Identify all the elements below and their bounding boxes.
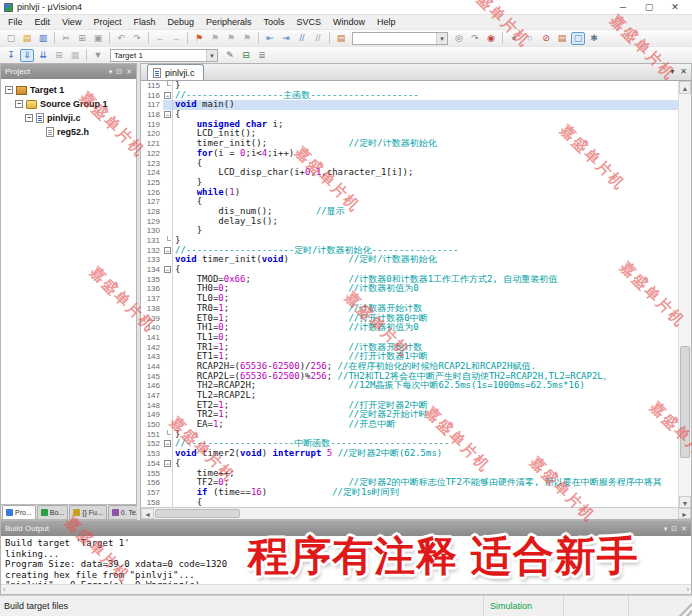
code-line[interactable]: 137 TL0=0; — [141, 294, 678, 304]
target-select[interactable]: Target 1 ▾ — [110, 49, 218, 62]
code-line[interactable]: 122 for(i = 0;i<4;i++) — [141, 149, 678, 159]
scroll-right-icon[interactable]: ► — [678, 508, 691, 519]
configure-target-icon[interactable]: ✎ — [223, 49, 237, 62]
scroll-down-icon[interactable]: ▼ — [679, 496, 691, 507]
code-line[interactable]: 153void timer2(void) interrupt 5 //定时器2中… — [141, 449, 678, 459]
menu-svcs[interactable]: SVCS — [291, 15, 328, 29]
menu-project[interactable]: Project — [87, 15, 127, 29]
code-area[interactable]: 115}116−//------------------主函数---------… — [141, 81, 691, 507]
build-output-scrollbar[interactable]: ‹ › — [1, 584, 691, 594]
code-line[interactable]: 128 dis_num(); //显示 — [141, 207, 678, 217]
maximize-button[interactable]: ▢ — [636, 1, 662, 14]
code-line[interactable]: 142 TR1=1; //计数器开始计数 — [141, 343, 678, 353]
redo-icon[interactable]: ↷ — [130, 32, 144, 45]
menu-tools[interactable]: Tools — [257, 15, 290, 29]
breakpoint-disable-icon[interactable]: ○ — [523, 32, 537, 45]
code-line[interactable]: 157 if (time==16) //定时1s时间到 — [141, 488, 678, 498]
code-line[interactable]: 156 TF2=0; //定时器2的中断标志位TF2不能够由硬件清零, 所以要在… — [141, 478, 678, 488]
rebuild-icon[interactable]: ⇊ — [36, 49, 50, 62]
bookmark-toggle-icon[interactable]: ⚑ — [192, 32, 206, 45]
code-line[interactable]: 116−//------------------主函数-------------… — [141, 91, 678, 101]
code-line[interactable]: 127 { — [141, 197, 678, 207]
books-icon[interactable]: ▤ — [555, 32, 569, 45]
code-line[interactable]: 154−{ — [141, 459, 678, 469]
scroll-up-icon[interactable]: ▲ — [679, 81, 691, 94]
tree-item-target-1[interactable]: −Target 1 — [3, 83, 134, 97]
menu-flash[interactable]: Flash — [127, 15, 161, 29]
incremental-find-icon[interactable]: ◉ — [484, 32, 498, 45]
code-line[interactable]: 119 unsigned char i; — [141, 120, 678, 130]
fold-toggle-icon[interactable]: − — [163, 91, 173, 101]
code-line[interactable]: 140 TH1=0; //计数器初值为0 — [141, 323, 678, 333]
build-output-collapse-icon[interactable]: ▾ — [664, 525, 668, 533]
resize-grip[interactable] — [678, 596, 692, 616]
code-line[interactable]: 143 ET1=1; //打开计数器1中断 — [141, 352, 678, 362]
scroll-right-icon[interactable]: › — [687, 586, 689, 593]
bookmark-prev-icon[interactable]: ⚑ — [208, 32, 222, 45]
code-line[interactable]: 147 TL2=RCAP2L; — [141, 391, 678, 401]
new-file-icon[interactable]: ▢ — [4, 32, 18, 45]
code-line[interactable]: 146 TH2=RCAP2H; //12M晶振下每次中断62.5ms(1s=10… — [141, 381, 678, 391]
editor-vertical-scrollbar[interactable]: ▲ ▼ — [678, 81, 691, 507]
code-line[interactable]: 132−//--------------------定时/计数器初始化-----… — [141, 246, 678, 256]
license-key-icon[interactable]: ✱ — [587, 32, 601, 45]
code-line[interactable]: 150 EA=1; //开总中断 — [141, 420, 678, 430]
menu-window[interactable]: Window — [327, 15, 371, 29]
close-button[interactable]: ✕ — [662, 1, 688, 14]
code-line[interactable]: 131} — [141, 236, 678, 246]
minimize-button[interactable]: ─ — [610, 1, 636, 14]
translate-icon[interactable]: ↧ — [4, 49, 18, 62]
project-collapse-icon[interactable]: ▾ — [109, 68, 113, 76]
target-dropdown-icon[interactable]: ▾ — [206, 50, 217, 61]
batch-build-icon[interactable]: ⊞ — [52, 49, 66, 62]
bookmark-next-icon[interactable]: ⚑ — [224, 32, 238, 45]
help-book-icon[interactable]: ▤ — [334, 32, 348, 45]
kill-breakpoints-icon[interactable]: ⊘ — [539, 32, 553, 45]
code-line[interactable]: 120 LCD_init(); — [141, 129, 678, 139]
nav-back-icon[interactable]: ← — [153, 32, 167, 45]
code-line[interactable]: 117void main() — [141, 100, 678, 110]
code-line[interactable]: 149 TR2=1; //定时器2开始计时 — [141, 410, 678, 420]
code-line[interactable]: 141 TL1=0; — [141, 333, 678, 343]
panel-tab-bo[interactable]: Bo... — [37, 505, 68, 519]
expander-icon[interactable]: − — [25, 114, 33, 122]
manage-components-icon[interactable]: ⊟ — [239, 49, 253, 62]
code-line[interactable]: 129 delay_1s(); — [141, 217, 678, 227]
indent-icon[interactable]: ⇥ — [279, 32, 293, 45]
menu-file[interactable]: File — [2, 15, 29, 29]
project-pin-icon[interactable]: ⊡ — [116, 68, 122, 76]
fold-toggle-icon[interactable]: − — [163, 110, 173, 120]
cut-icon[interactable]: ✂ — [59, 32, 73, 45]
horizontal-scroll-thumb[interactable] — [155, 509, 240, 518]
expander-icon[interactable]: − — [15, 100, 23, 108]
menu-peripherals[interactable]: Peripherals — [200, 15, 258, 29]
code-line[interactable]: 134−{ — [141, 265, 678, 275]
menu-debug[interactable]: Debug — [161, 15, 200, 29]
undo-icon[interactable]: ↶ — [114, 32, 128, 45]
search-input[interactable]: ▾ — [352, 32, 448, 45]
code-line[interactable]: 133void timer_init(void) //定时/计数器初始化 — [141, 255, 678, 265]
build-output-close-icon[interactable]: ✕ — [681, 525, 687, 533]
vertical-scroll-thumb[interactable] — [680, 346, 690, 457]
code-line[interactable]: 158 { — [141, 498, 678, 507]
flash-download-icon[interactable]: ▼ — [91, 49, 105, 62]
project-close-icon[interactable]: ✕ — [126, 68, 132, 76]
editor-horizontal-scrollbar[interactable]: ◄ ► — [141, 507, 691, 519]
code-line[interactable]: 152−//--------------------中断函数----------… — [141, 439, 678, 449]
menu-help[interactable]: Help — [371, 15, 402, 29]
editor-tab-pinlvji[interactable]: pinlvji.c — [147, 64, 204, 80]
goto-icon[interactable]: ↷ — [468, 32, 482, 45]
fold-toggle-icon[interactable]: − — [163, 459, 173, 469]
code-line[interactable]: 123 { — [141, 159, 678, 169]
fold-toggle-icon[interactable]: − — [163, 265, 173, 275]
paste-icon[interactable]: ▣ — [91, 32, 105, 45]
copy-icon[interactable]: ⊞ — [75, 32, 89, 45]
window-layout-icon[interactable]: ▢ — [571, 32, 585, 45]
menu-view[interactable]: View — [56, 15, 87, 29]
tree-item-reg52-h[interactable]: reg52.h — [3, 125, 134, 139]
fold-toggle-icon[interactable]: − — [163, 439, 173, 449]
panel-tab-fu[interactable]: {} Fu... — [69, 505, 107, 519]
nav-forward-icon[interactable]: → — [169, 32, 183, 45]
code-line[interactable]: 151} — [141, 430, 678, 440]
code-line[interactable]: 130 } — [141, 226, 678, 236]
